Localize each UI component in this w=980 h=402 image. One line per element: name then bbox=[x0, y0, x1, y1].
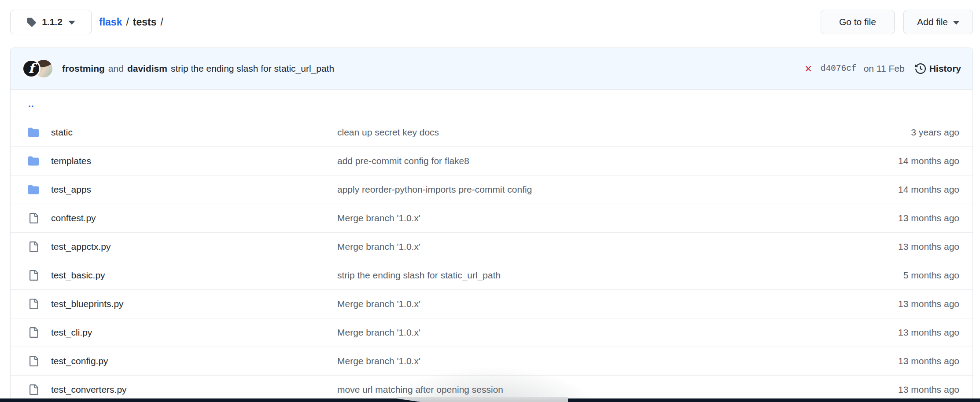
row-commit-message-link[interactable]: Merge branch '1.0.x' bbox=[337, 327, 898, 338]
add-file-button[interactable]: Add file bbox=[903, 10, 973, 34]
file-name-link[interactable]: test_config.py bbox=[51, 356, 337, 366]
breadcrumb-trailing-separator: / bbox=[161, 16, 163, 28]
commit-avatars: f bbox=[22, 59, 52, 78]
bottom-light-segment bbox=[395, 397, 568, 402]
go-to-file-button[interactable]: Go to file bbox=[821, 10, 895, 34]
row-commit-message-link[interactable]: strip the ending slash for static_url_pa… bbox=[337, 270, 903, 281]
row-commit-message-link[interactable]: clean up secret key docs bbox=[337, 127, 911, 138]
file-listing-box: f frostming and davidism strip the endin… bbox=[10, 48, 973, 402]
table-row: static clean up secret key docs 3 years … bbox=[11, 118, 973, 146]
chevron-down-icon bbox=[68, 21, 75, 25]
row-commit-age: 14 months ago bbox=[898, 156, 959, 166]
table-row: test_apps apply reorder-python-imports p… bbox=[11, 175, 973, 204]
table-row: test_basic.py strip the ending slash for… bbox=[11, 261, 973, 289]
commit-author-link-1[interactable]: frostming bbox=[62, 63, 105, 74]
file-name-link[interactable]: static bbox=[51, 127, 337, 138]
history-link[interactable]: History bbox=[915, 63, 961, 74]
breadcrumb-current-dir: tests bbox=[133, 16, 157, 28]
file-icon bbox=[28, 270, 39, 281]
row-commit-age: 13 months ago bbox=[898, 356, 959, 366]
row-commit-age: 13 months ago bbox=[898, 327, 959, 338]
table-row: templates add pre-commit config for flak… bbox=[11, 146, 973, 175]
parent-directory-link[interactable]: .. bbox=[28, 99, 34, 109]
github-file-browser: 1.1.2 flask / tests / Go to file Add fil… bbox=[0, 0, 980, 402]
row-commit-message-link[interactable]: Merge branch '1.0.x' bbox=[337, 241, 898, 252]
row-commit-message-link[interactable]: apply reorder-python-imports pre-commit … bbox=[337, 184, 898, 195]
file-name-link[interactable]: test_converters.py bbox=[51, 384, 337, 395]
file-name-link[interactable]: test_cli.py bbox=[51, 327, 337, 338]
folder-icon bbox=[28, 184, 39, 195]
file-name-link[interactable]: test_apps bbox=[51, 184, 337, 195]
latest-commit-bar: f frostming and davidism strip the endin… bbox=[11, 48, 973, 89]
breadcrumb-separator: / bbox=[126, 16, 129, 28]
commit-message-link[interactable]: strip the ending slash for static_url_pa… bbox=[171, 63, 334, 74]
file-icon bbox=[28, 241, 39, 252]
file-icon bbox=[28, 213, 39, 223]
folder-icon bbox=[28, 127, 39, 138]
row-commit-age: 13 months ago bbox=[898, 213, 959, 223]
file-icon bbox=[28, 299, 39, 309]
table-row: conftest.py Merge branch '1.0.x' 13 mont… bbox=[11, 204, 973, 232]
file-icon bbox=[28, 384, 39, 395]
table-row: test_config.py Merge branch '1.0.x' 13 m… bbox=[11, 347, 973, 375]
commit-and-text: and bbox=[108, 63, 124, 74]
row-commit-age: 5 months ago bbox=[903, 270, 959, 281]
row-commit-message-link[interactable]: move url matching after opening session bbox=[337, 384, 898, 395]
file-name-link[interactable]: templates bbox=[51, 156, 337, 166]
commit-meta: d4076cf on 11 Feb History bbox=[803, 63, 961, 74]
row-commit-age: 14 months ago bbox=[898, 184, 959, 195]
history-icon bbox=[915, 63, 926, 74]
file-name-link[interactable]: test_appctx.py bbox=[51, 241, 337, 252]
row-commit-message-link[interactable]: Merge branch '1.0.x' bbox=[337, 299, 898, 309]
chevron-down-icon bbox=[953, 21, 959, 25]
folder-icon bbox=[28, 156, 39, 166]
add-file-label: Add file bbox=[917, 17, 948, 27]
file-name-link[interactable]: test_basic.py bbox=[51, 270, 337, 281]
tag-icon bbox=[26, 17, 36, 27]
commit-summary: frostming and davidism strip the ending … bbox=[62, 63, 334, 74]
file-icon bbox=[28, 356, 39, 366]
table-row: test_blueprints.py Merge branch '1.0.x' … bbox=[11, 289, 973, 318]
commit-author-link-2[interactable]: davidism bbox=[127, 63, 167, 74]
ci-status-failed-icon[interactable] bbox=[803, 64, 813, 73]
breadcrumb: flask / tests / bbox=[99, 16, 163, 28]
commit-sha-link[interactable]: d4076cf bbox=[821, 64, 857, 73]
avatar-frostming[interactable]: f bbox=[22, 59, 41, 78]
breadcrumb-repo-link[interactable]: flask bbox=[99, 16, 122, 28]
row-commit-age: 3 years ago bbox=[911, 127, 959, 138]
row-commit-message-link[interactable]: Merge branch '1.0.x' bbox=[337, 213, 898, 223]
file-name-link[interactable]: test_blueprints.py bbox=[51, 299, 337, 309]
table-row: test_cli.py Merge branch '1.0.x' 13 mont… bbox=[11, 318, 973, 347]
file-icon bbox=[28, 327, 39, 338]
commit-date: on 11 Feb bbox=[864, 63, 905, 74]
history-label: History bbox=[929, 63, 961, 74]
row-commit-age: 13 months ago bbox=[898, 384, 959, 395]
table-row: test_appctx.py Merge branch '1.0.x' 13 m… bbox=[11, 232, 973, 261]
tag-label: 1.1.2 bbox=[42, 17, 63, 27]
toolbar: 1.1.2 flask / tests / Go to file Add fil… bbox=[10, 10, 973, 34]
file-name-link[interactable]: conftest.py bbox=[51, 213, 337, 223]
tag-selector-button[interactable]: 1.1.2 bbox=[10, 10, 92, 34]
table-row-parent: .. bbox=[11, 89, 973, 118]
row-commit-message-link[interactable]: add pre-commit config for flake8 bbox=[337, 156, 898, 166]
row-commit-age: 13 months ago bbox=[898, 299, 959, 309]
row-commit-message-link[interactable]: Merge branch '1.0.x' bbox=[337, 356, 898, 366]
row-commit-age: 13 months ago bbox=[898, 241, 959, 252]
